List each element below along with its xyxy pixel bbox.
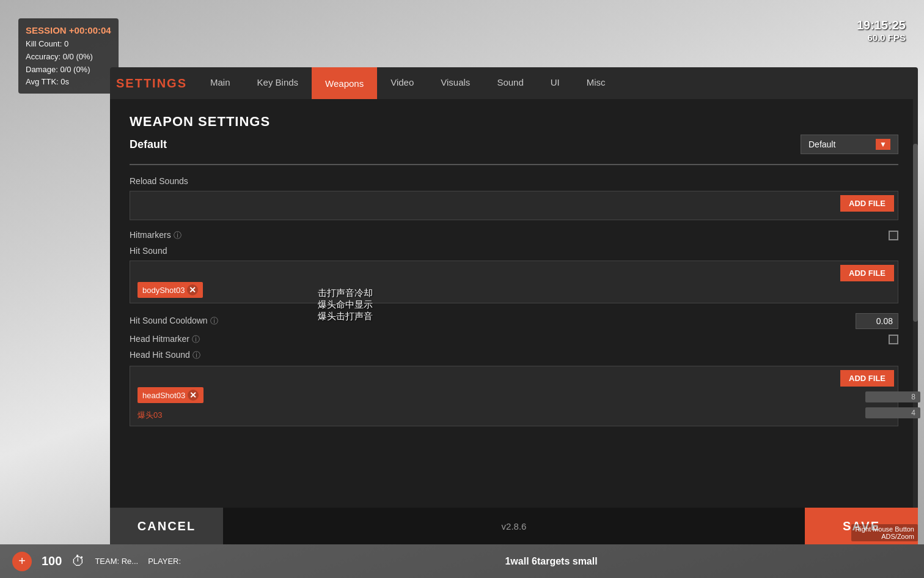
hit-sound-cooldown-input[interactable]	[856, 313, 898, 329]
reload-sounds-label: Reload Sounds	[130, 176, 898, 186]
kill-count: Kill Count: 0	[26, 38, 111, 51]
tab-weapons[interactable]: Weapons	[312, 67, 377, 99]
health-value: 100	[42, 554, 62, 568]
right-scroll-1[interactable]: 8	[865, 391, 920, 402]
weapon-settings-title: WEAPON SETTINGS	[130, 114, 898, 130]
head-hit-sound-label: Head Hit Sound ⓘ	[130, 350, 898, 361]
settings-panel: SETTINGS Main Key Binds Weapons Video Vi…	[110, 67, 918, 544]
clock-display: 19:15:25	[857, 18, 906, 32]
hit-sound-cooldown-label: Hit Sound Cooldown ⓘ	[130, 316, 851, 327]
ads-zoom-label: Right Mouse ButtonADS/Zoom	[851, 524, 918, 541]
hitmarkers-label: Hitmarkers ⓘ	[130, 230, 884, 241]
player-label: PLAYER:	[148, 557, 181, 566]
session-timer: SESSION +00:00:04	[26, 23, 111, 38]
hud-topleft: SESSION +00:00:04 Kill Count: 0 Accuracy…	[18, 18, 119, 94]
tab-keybinds[interactable]: Key Binds	[244, 67, 312, 99]
hit-sound-cooldown-row: Hit Sound Cooldown ⓘ	[130, 313, 898, 329]
hit-sound-chip-remove[interactable]: ✕	[187, 284, 198, 295]
reload-sounds-upload: ADD FILE	[130, 191, 898, 220]
map-name: 1wall 6targets small	[191, 556, 912, 567]
cancel-button[interactable]: CANCEL	[110, 508, 223, 544]
hit-sound-upload: ADD FILE bodyShot03 ✕	[130, 261, 898, 303]
right-scroll-2[interactable]: 4	[865, 407, 920, 418]
head-hitmarker-tooltip-icon: ⓘ	[192, 335, 200, 344]
hitmarkers-checkbox[interactable]	[889, 231, 898, 240]
version-label: v2.8.6	[223, 521, 805, 532]
hud-topright: 19:15:25 60.0 FPS	[857, 18, 906, 43]
tab-sound[interactable]: Sound	[483, 67, 537, 99]
weapon-dropdown[interactable]: Default ▼	[801, 135, 898, 154]
tab-video[interactable]: Video	[377, 67, 427, 99]
timer-icon: ⏱	[72, 554, 85, 569]
head-hitmarker-row: Head Hitmarker ⓘ	[130, 334, 898, 345]
hit-sound-chip: bodyShot03 ✕	[138, 282, 203, 298]
hitmarkers-tooltip-icon: ⓘ	[174, 231, 182, 240]
cooldown-tooltip-icon: ⓘ	[210, 316, 218, 325]
head-hit-sound-tooltip-icon: ⓘ	[193, 350, 200, 360]
dropdown-value: Default	[809, 139, 835, 149]
team-label: TEAM: Re...	[95, 557, 138, 566]
tab-main[interactable]: Main	[197, 67, 244, 99]
tab-visuals[interactable]: Visuals	[427, 67, 483, 99]
head-hit-sound-upload: ADD FILE headShot03 ✕ 爆头03	[130, 366, 898, 426]
fps-display: 60.0 FPS	[857, 32, 906, 43]
weapon-default-row: Default Default ▼	[130, 135, 898, 154]
accuracy: Accuracy: 0/0 (0%)	[26, 51, 111, 64]
hitmarkers-row: Hitmarkers ⓘ	[130, 230, 898, 241]
scroll-thumb[interactable]	[913, 144, 918, 322]
head-hit-sound-chip2: 爆头03	[138, 410, 162, 420]
head-hit-sound-chip: headShot03 ✕	[138, 387, 204, 403]
head-hitmarker-checkbox[interactable]	[889, 335, 898, 344]
action-bar: CANCEL v2.8.6 SAVE	[110, 508, 918, 544]
tab-misc[interactable]: Misc	[573, 67, 619, 99]
head-hit-sound-chip-remove[interactable]: ✕	[188, 390, 199, 401]
hit-sound-label: Hit Sound	[130, 246, 898, 256]
settings-title: SETTINGS	[116, 76, 187, 91]
avg-ttk: Avg TTK: 0s	[26, 76, 111, 89]
settings-body: WEAPON SETTINGS Default Default ▼ Reload…	[110, 99, 918, 544]
divider	[130, 164, 898, 165]
head-hitmarker-label: Head Hitmarker ⓘ	[130, 334, 884, 345]
health-add-button[interactable]: +	[12, 552, 32, 571]
head-hit-sound-add-file-btn[interactable]: ADD FILE	[840, 370, 894, 387]
settings-header: SETTINGS Main Key Binds Weapons Video Vi…	[110, 67, 918, 99]
right-ui: 8 4	[865, 391, 924, 418]
tab-ui[interactable]: UI	[537, 67, 573, 99]
default-label: Default	[130, 138, 793, 151]
settings-content: WEAPON SETTINGS Default Default ▼ Reload…	[110, 99, 918, 544]
damage: Damage: 0/0 (0%)	[26, 64, 111, 76]
bottom-bar: + 100 ⏱ TEAM: Re... PLAYER: 1wall 6targe…	[0, 544, 924, 578]
hit-sound-add-file-btn[interactable]: ADD FILE	[840, 265, 894, 281]
reload-sounds-add-file-btn[interactable]: ADD FILE	[840, 195, 894, 212]
dropdown-arrow-icon: ▼	[876, 139, 890, 150]
scroll-indicator[interactable]	[913, 99, 918, 544]
